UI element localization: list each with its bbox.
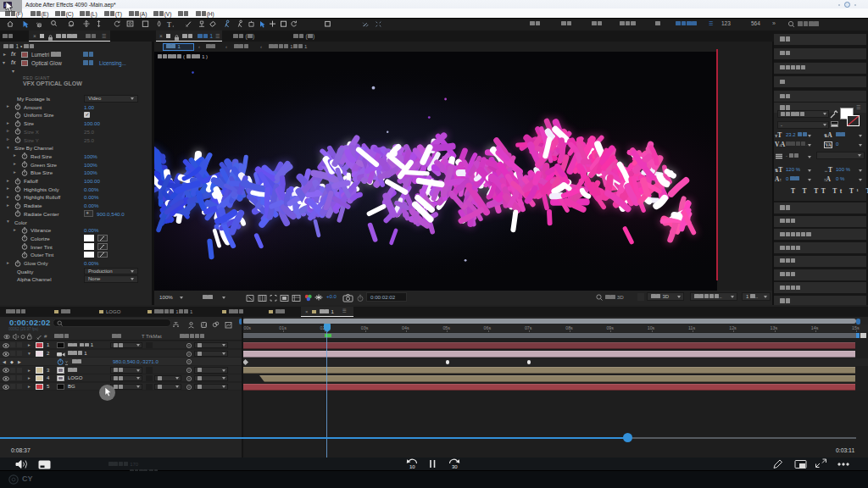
- svg-text:30: 30: [452, 464, 458, 469]
- svg-text:T: T: [167, 20, 172, 29]
- svg-text:10: 10: [409, 464, 415, 469]
